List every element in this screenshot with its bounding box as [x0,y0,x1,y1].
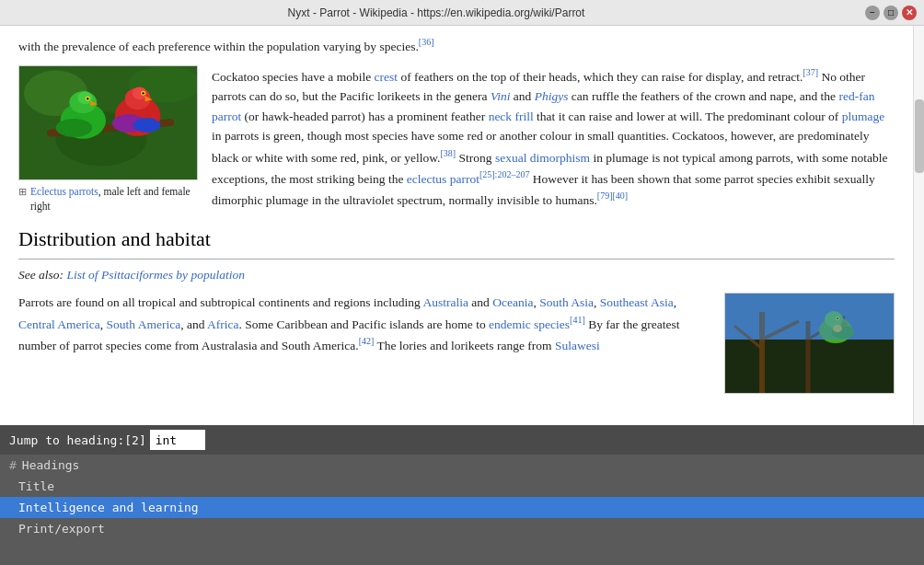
southeast-asia-link[interactable]: Southeast Asia [600,295,674,309]
sexual-dimorphism-link[interactable]: sexual dimorphism [495,150,590,164]
heading-item-print[interactable]: Print/export [0,518,924,539]
plumage-link[interactable]: plumage [842,110,885,123]
scrollbar-thumb[interactable] [915,99,924,173]
see-also: See also: List of Psittaciformes by popu… [18,265,895,285]
distribution-text: Parrots are found on all tropical and su… [18,293,711,394]
eclectus-parrots-image [18,65,198,180]
distribution-map-image [724,293,895,394]
title-bar-text: Nyxt - Parrot - Wikipedia - https://en.w… [7,6,865,19]
oceania-link[interactable]: Oceania [492,295,533,309]
endemic-species-link[interactable]: endemic species [489,317,570,330]
hash-icon: # [9,458,17,472]
image-caption: ⊞ Eclectus parrots, male left and female… [18,184,198,213]
minimize-button[interactable]: − [865,6,880,20]
article-area: with the prevalence of each preference w… [0,26,924,425]
ref37-link[interactable]: [37] [803,67,818,77]
phigys-link[interactable]: Phigys [535,89,569,103]
article-body: ⊞ Eclectus parrots, male left and female… [18,65,895,213]
ref25-text: [25]:202–207 [479,169,529,179]
jump-label: Jump to heading:[2] [9,433,146,447]
image-block: ⊞ Eclectus parrots, male left and female… [18,65,198,213]
crest-link[interactable]: crest [375,70,398,84]
ref39-link[interactable]: [79][40] [597,190,628,201]
sulawesi-link[interactable]: Sulawesi [555,338,600,352]
see-also-link[interactable]: List of Psittaciformes by population [66,268,245,282]
distribution-body: Parrots are found on all tropical and su… [18,293,895,394]
ref42-link[interactable]: [42] [359,336,375,346]
ref38-link[interactable]: [38] [440,148,456,158]
vini-link[interactable]: Vini [491,89,511,103]
south-america-link[interactable]: South America [107,317,181,330]
headings-list: Title Intelligence and learning Print/ex… [0,476,924,565]
browser-content: with the prevalence of each preference w… [0,26,924,565]
distribution-image-block [724,293,895,394]
distribution-section: Distribution and habitat See also: List … [18,223,895,394]
africa-link[interactable]: Africa [207,317,238,330]
article-cockatoo-text: Cockatoo species have a mobile crest of … [212,65,895,213]
scrollbar[interactable] [913,26,924,425]
svg-rect-34 [725,294,895,340]
ref36-link[interactable]: [36] [419,37,434,47]
eclectus-parrots-link[interactable]: Eclectus parrots [30,186,98,197]
svg-point-17 [142,92,144,94]
svg-point-19 [133,118,161,133]
jump-bar: Jump to heading:[2] [0,425,924,455]
close-button[interactable]: ✕ [902,6,917,20]
central-america-link[interactable]: Central America [18,317,100,330]
title-bar-controls: − □ ✕ [865,6,917,20]
article-scroll[interactable]: with the prevalence of each preference w… [0,26,913,425]
eclectus-parrot-link[interactable]: eclectus parrot [407,172,479,186]
maximize-button[interactable]: □ [884,6,898,20]
svg-point-7 [77,91,92,104]
heading-item-intelligence[interactable]: Intelligence and learning [0,497,924,518]
title-bar: Nyxt - Parrot - Wikipedia - https://en.w… [0,0,924,26]
south-asia-link[interactable]: South Asia [539,295,594,309]
expand-icon[interactable]: ⊞ [18,185,27,199]
svg-point-10 [87,98,88,99]
svg-point-11 [56,119,93,137]
distribution-heading: Distribution and habitat [18,223,895,259]
jump-input[interactable] [150,430,205,450]
heading-item-title[interactable]: Title [0,476,924,497]
article-top-text: with the prevalence of each preference w… [18,35,895,56]
neck-frill-link[interactable]: neck frill [489,110,534,123]
australia-link[interactable]: Australia [422,295,468,309]
headings-panel-title: # Headings [0,455,924,476]
headings-panel: # Headings Title Intelligence and learni… [0,455,924,565]
